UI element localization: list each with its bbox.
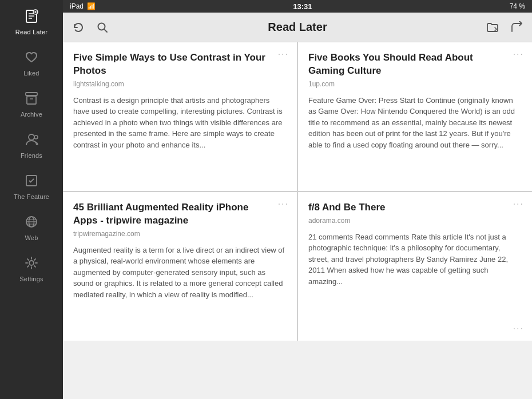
toolbar-title: Read Later	[268, 21, 327, 34]
articles-grid: ··· Five Simple Ways to Use Contrast in …	[63, 42, 532, 341]
sidebar-item-archive[interactable]: Archive	[0, 82, 63, 123]
status-left: iPad 📶	[70, 2, 96, 10]
battery-label: 74 %	[510, 2, 525, 10]
sidebar-label-settings: Settings	[19, 276, 43, 282]
feature-icon	[23, 173, 39, 191]
sidebar-label-web: Web	[25, 234, 38, 241]
article-title-0: Five Simple Ways to Use Contrast in Your…	[73, 51, 287, 78]
heart-icon	[23, 49, 39, 67]
toolbar: Read Later	[63, 13, 532, 42]
sidebar-label-archive: Archive	[21, 111, 42, 118]
svg-point-11	[34, 135, 38, 139]
article-source-3: adorama.com	[308, 217, 522, 225]
card-menu-1[interactable]: ···	[513, 49, 524, 59]
sidebar-label-liked: Liked	[23, 70, 39, 77]
archive-icon	[23, 90, 39, 109]
svg-line-20	[104, 29, 107, 32]
sidebar-item-read-later[interactable]: Read Later	[0, 0, 63, 41]
card-menu-0[interactable]: ···	[278, 49, 289, 59]
status-bar: iPad 📶 13:31 74 %	[63, 0, 532, 13]
folder-button[interactable]	[486, 21, 499, 34]
article-source-0: lightstalking.com	[73, 80, 287, 88]
svg-rect-8	[27, 96, 36, 104]
article-excerpt-3: 21 comments Read comments Rate this arti…	[308, 232, 522, 288]
card-menu-3[interactable]: ···	[513, 199, 524, 209]
article-title-2: 45 Brilliant Augmented Reality iPhone Ap…	[73, 201, 287, 228]
article-source-1: 1up.com	[308, 80, 522, 88]
sidebar-label-friends: Friends	[21, 152, 42, 159]
card-menu-2[interactable]: ···	[278, 199, 289, 209]
search-button[interactable]	[96, 21, 109, 34]
web-icon	[23, 214, 39, 232]
sidebar-item-web[interactable]: Web	[0, 206, 63, 247]
settings-icon	[23, 255, 39, 273]
sidebar-item-the-feature[interactable]: The Feature	[0, 165, 63, 206]
sidebar-label-the-feature: The Feature	[14, 193, 49, 200]
svg-point-10	[29, 134, 34, 140]
share-button[interactable]	[510, 21, 523, 34]
sidebar-item-friends[interactable]: Friends	[0, 123, 63, 165]
article-source-2: tripwiremagazine.com	[73, 230, 287, 238]
status-right: 74 %	[510, 2, 525, 10]
friends-icon	[23, 131, 39, 150]
sidebar-label-read-later: Read Later	[15, 29, 47, 35]
article-excerpt-0: Contrast is a design principle that arti…	[73, 95, 287, 151]
sidebar-item-liked[interactable]: Liked	[0, 41, 63, 82]
card-bottom-menu-3[interactable]: ···	[513, 324, 524, 334]
article-title-1: Five Books You Should Read About Gaming …	[308, 51, 522, 78]
sidebar-item-settings[interactable]: Settings	[0, 247, 63, 288]
article-card-3[interactable]: ··· f/8 And Be There adorama.com 21 comm…	[298, 192, 532, 341]
article-title-3: f/8 And Be There	[308, 201, 522, 214]
article-excerpt-2: Augmented reality is a term for a live d…	[73, 245, 287, 301]
refresh-button[interactable]	[72, 21, 85, 34]
main-area: iPad 📶 13:31 74 % Read Later	[63, 0, 532, 399]
sidebar: Read Later Liked Archive	[0, 0, 63, 399]
svg-point-18	[29, 261, 34, 265]
article-card-1[interactable]: ··· Five Books You Should Read About Gam…	[298, 42, 532, 191]
article-excerpt-1: Feature Game Over: Press Start to Contin…	[308, 95, 522, 151]
article-card-0[interactable]: ··· Five Simple Ways to Use Contrast in …	[63, 42, 297, 191]
content-grid: ··· Five Simple Ways to Use Contrast in …	[63, 42, 532, 399]
wifi-icon: 📶	[87, 2, 96, 10]
svg-rect-7	[26, 93, 37, 95]
device-label: iPad	[70, 2, 84, 10]
article-card-2[interactable]: ··· 45 Brilliant Augmented Reality iPhon…	[63, 192, 297, 341]
read-later-icon	[23, 8, 39, 26]
toolbar-left	[72, 21, 109, 34]
status-time: 13:31	[293, 2, 312, 11]
toolbar-right	[486, 21, 523, 34]
